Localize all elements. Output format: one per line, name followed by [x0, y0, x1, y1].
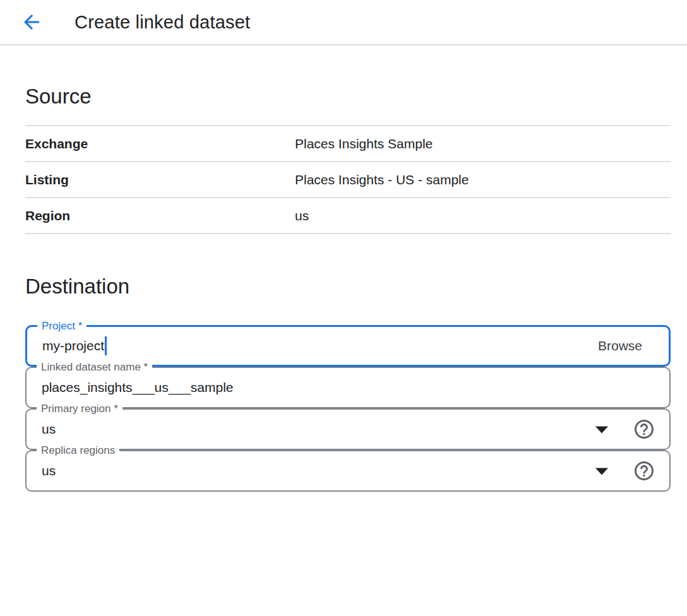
project-field-label: Project *	[37, 319, 87, 333]
region-label: Region	[25, 208, 295, 223]
linked-dataset-name-input[interactable]: places_insights___us___sample	[42, 380, 234, 395]
table-row-listing: Listing Places Insights - US - sample	[25, 162, 671, 198]
listing-value: Places Insights - US - sample	[295, 172, 469, 187]
primary-region-field[interactable]: Primary region * us	[25, 408, 671, 450]
arrow-back-icon	[20, 11, 43, 33]
source-heading: Source	[25, 83, 671, 110]
replica-regions-field[interactable]: Replica regions us	[25, 450, 671, 492]
text-caret	[105, 336, 107, 355]
destination-heading: Destination	[25, 273, 671, 300]
chevron-down-icon[interactable]	[595, 427, 608, 434]
exchange-label: Exchange	[25, 136, 295, 151]
exchange-value: Places Insights Sample	[295, 136, 433, 151]
region-value: us	[295, 208, 309, 223]
table-row-region: Region us	[25, 198, 671, 234]
page-header: Create linked dataset	[0, 0, 687, 45]
linked-dataset-name-label: Linked dataset name *	[37, 360, 152, 374]
back-button[interactable]	[19, 9, 44, 35]
primary-region-help-icon[interactable]	[633, 418, 655, 441]
project-input[interactable]: my-project	[42, 336, 107, 355]
replica-regions-label: Replica regions	[37, 444, 119, 458]
source-table: Exchange Places Insights Sample Listing …	[25, 125, 671, 234]
replica-regions-help-icon[interactable]	[633, 459, 655, 482]
primary-region-label: Primary region *	[37, 402, 122, 416]
main-content: Source Exchange Places Insights Sample L…	[0, 83, 687, 492]
table-row-exchange: Exchange Places Insights Sample	[25, 126, 671, 162]
page-title: Create linked dataset	[75, 12, 250, 33]
replica-regions-select[interactable]: us	[42, 463, 56, 478]
listing-label: Listing	[25, 172, 295, 187]
primary-region-select[interactable]: us	[42, 422, 56, 437]
browse-button[interactable]: Browse	[598, 327, 642, 365]
chevron-down-icon[interactable]	[595, 468, 608, 475]
